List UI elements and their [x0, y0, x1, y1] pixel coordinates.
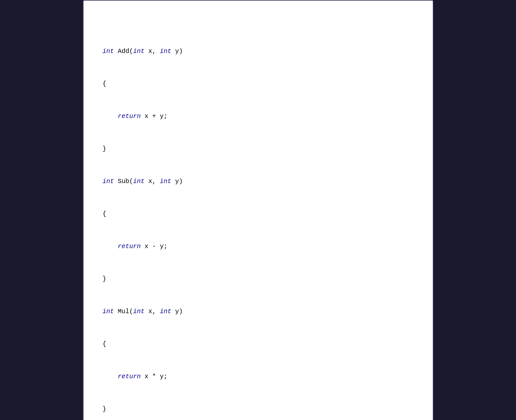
line-5: int Sub(int x, int y) — [103, 176, 414, 187]
line-3: return x + y; — [103, 111, 414, 122]
code-content: int Add(int x, int y) { return x + y; } … — [103, 13, 414, 420]
line-10: { — [103, 339, 414, 350]
line-7: return x - y; — [103, 241, 414, 252]
line-9: int Mul(int x, int y) — [103, 306, 414, 317]
line-12: } — [103, 404, 414, 415]
line-4: } — [103, 144, 414, 154]
line-11: return x * y; — [103, 371, 414, 382]
line-2: { — [103, 78, 414, 89]
line-1: int Add(int x, int y) — [103, 46, 414, 57]
line-6: { — [103, 209, 414, 219]
line-8: } — [103, 274, 414, 284]
code-window: int Add(int x, int y) { return x + y; } … — [83, 0, 433, 420]
